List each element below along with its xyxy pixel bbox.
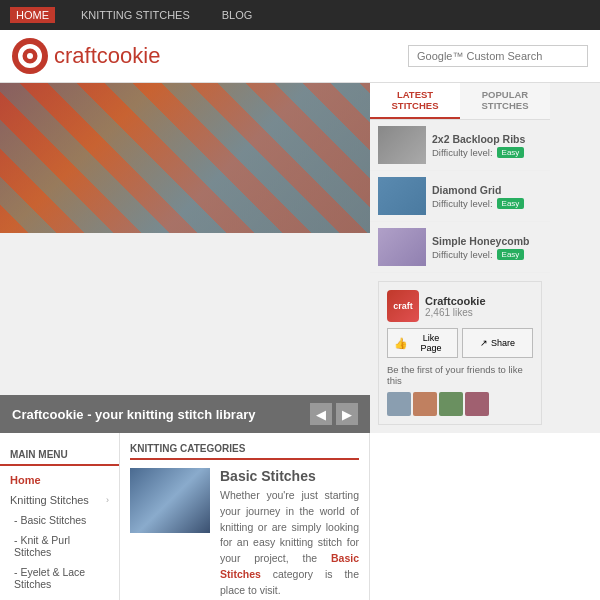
logo-text: craftcookie — [54, 43, 160, 69]
avatar-2 — [413, 392, 437, 416]
fb-logo-text: craft — [393, 301, 413, 311]
fb-header: craft Craftcookie 2,461 likes — [387, 290, 533, 322]
hero-pattern — [0, 83, 370, 233]
top-section: Main Menu Home Knitting Stitches › - Bas… — [0, 433, 369, 600]
sidebar-title: Main Menu — [0, 443, 119, 466]
svg-point-1 — [21, 47, 39, 65]
avatar-3 — [439, 392, 463, 416]
stitch-thumb-3 — [378, 228, 426, 266]
fb-likes: 2,461 likes — [425, 307, 486, 318]
chevron-icon-knitting: › — [106, 495, 109, 505]
facebook-box: craft Craftcookie 2,461 likes 👍 Like Pag… — [378, 281, 542, 425]
stitch-item-1: 2x2 Backloop Ribs Difficulty level: Easy — [370, 120, 550, 171]
cat-thumb-basic — [130, 468, 210, 533]
stitch-name-1[interactable]: 2x2 Backloop Ribs — [432, 133, 542, 145]
hero-next-button[interactable]: ▶ — [336, 403, 358, 425]
cat-basic-desc: Whether you're just starting your journe… — [220, 488, 359, 598]
left-content: Main Menu Home Knitting Stitches › - Bas… — [0, 433, 370, 600]
stitch-info-2: Diamond Grid Difficulty level: Easy — [432, 184, 542, 209]
logo-main: craft — [54, 43, 97, 68]
stitch-difficulty-3: Difficulty level: Easy — [432, 249, 542, 260]
nav-item-blog[interactable]: Blog — [216, 7, 259, 23]
stitch-item-3: Simple Honeycomb Difficulty level: Easy — [370, 222, 550, 273]
nav-item-home[interactable]: Home — [10, 7, 55, 23]
hero-caption-text: Craftcookie - your knitting stitch libra… — [12, 407, 255, 422]
sidebar-item-kp[interactable]: - Knit & Purl Stitches — [0, 530, 119, 562]
sidebar-item-knitting[interactable]: Knitting Stitches › — [0, 490, 119, 510]
right-sidebar: Latest Stitches Popular Stitches 2x2 Bac… — [370, 83, 550, 433]
difficulty-label-2: Difficulty level: — [432, 198, 493, 209]
logo-accent: cookie — [97, 43, 161, 68]
hero-nav-buttons: ◀ ▶ — [310, 403, 358, 425]
fb-like-icon: 👍 — [394, 337, 408, 350]
svg-point-0 — [14, 40, 46, 72]
sidebar-item-cable[interactable]: - Cable & Twist Stitches — [0, 594, 119, 600]
difficulty-badge-2: Easy — [497, 198, 525, 209]
categories-column: Knitting Categories Basic Stitches Wheth… — [120, 433, 369, 600]
difficulty-badge-1: Easy — [497, 147, 525, 158]
category-basic-stitches: Basic Stitches Whether you're just start… — [130, 468, 359, 598]
fb-like-label: Like Page — [411, 333, 451, 353]
stitch-difficulty-1: Difficulty level: Easy — [432, 147, 542, 158]
stitch-name-2[interactable]: Diamond Grid — [432, 184, 542, 196]
cat-basic-header: Basic Stitches Whether you're just start… — [130, 468, 359, 598]
stitch-info-1: 2x2 Backloop Ribs Difficulty level: Easy — [432, 133, 542, 158]
stitch-info-3: Simple Honeycomb Difficulty level: Easy — [432, 235, 542, 260]
categories-title: Knitting Categories — [130, 443, 359, 460]
fb-page-info: Craftcookie 2,461 likes — [425, 295, 486, 318]
logo-icon — [12, 38, 48, 74]
stitch-tabs: Latest Stitches Popular Stitches — [370, 83, 550, 120]
fb-share-label: Share — [491, 338, 515, 348]
avatar-1 — [387, 392, 411, 416]
difficulty-label-1: Difficulty level: — [432, 147, 493, 158]
sidebar-item-home[interactable]: Home — [0, 470, 119, 490]
fb-actions: 👍 Like Page ↗ Share — [387, 328, 533, 358]
sidebar-nav: Main Menu Home Knitting Stitches › - Bas… — [0, 433, 120, 600]
fb-logo: craft — [387, 290, 419, 322]
hero-caption: Craftcookie - your knitting stitch libra… — [0, 395, 370, 433]
sidebar-item-basic[interactable]: - Basic Stitches — [0, 510, 119, 530]
hero-prev-button[interactable]: ◀ — [310, 403, 332, 425]
stitch-thumb-1 — [378, 126, 426, 164]
hero-image — [0, 83, 370, 233]
stitch-name-3[interactable]: Simple Honeycomb — [432, 235, 542, 247]
fb-description: Be the first of your friends to like thi… — [387, 364, 533, 386]
search-input[interactable] — [408, 45, 588, 67]
logo-area: craftcookie — [12, 38, 160, 74]
fb-share-button[interactable]: ↗ Share — [462, 328, 533, 358]
fb-share-icon: ↗ — [480, 338, 488, 348]
cat-basic-content: Basic Stitches Whether you're just start… — [220, 468, 359, 598]
hero-section: Craftcookie - your knitting stitch libra… — [0, 83, 370, 433]
sidebar-item-eyelet[interactable]: - Eyelet & Lace Stitches — [0, 562, 119, 594]
fb-friends-avatars — [387, 392, 533, 416]
stitch-difficulty-2: Difficulty level: Easy — [432, 198, 542, 209]
stitch-thumb-2 — [378, 177, 426, 215]
logo-svg — [12, 38, 48, 74]
difficulty-label-3: Difficulty level: — [432, 249, 493, 260]
main-layout: Main Menu Home Knitting Stitches › - Bas… — [0, 433, 600, 600]
avatar-4 — [465, 392, 489, 416]
fb-page-name[interactable]: Craftcookie — [425, 295, 486, 307]
svg-point-2 — [27, 53, 33, 59]
fb-like-button[interactable]: 👍 Like Page — [387, 328, 458, 358]
header: craftcookie — [0, 30, 600, 83]
nav-item-knitting[interactable]: Knitting Stitches — [75, 7, 196, 23]
tab-latest-stitches[interactable]: Latest Stitches — [370, 83, 460, 119]
stitch-item-2: Diamond Grid Difficulty level: Easy — [370, 171, 550, 222]
tab-popular-stitches[interactable]: Popular Stitches — [460, 83, 550, 119]
difficulty-badge-3: Easy — [497, 249, 525, 260]
nav-bar: Home Knitting Stitches Blog — [0, 0, 600, 30]
cat-basic-title[interactable]: Basic Stitches — [220, 468, 359, 484]
hero-row: Craftcookie - your knitting stitch libra… — [0, 83, 600, 433]
